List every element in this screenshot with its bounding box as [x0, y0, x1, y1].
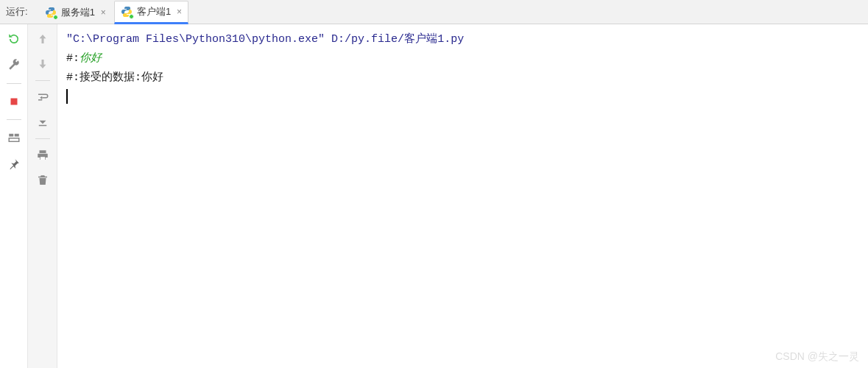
- clear-all-button[interactable]: [32, 170, 53, 191]
- run-label: 运行:: [0, 0, 38, 24]
- text: [325, 33, 331, 46]
- layout-button[interactable]: [4, 127, 24, 148]
- left-gutter-primary: [0, 24, 28, 368]
- svg-rect-0: [10, 99, 17, 105]
- left-gutter-secondary: [28, 24, 57, 368]
- separator: [35, 80, 50, 81]
- separator: [35, 138, 50, 139]
- run-tabs: 服务端1 × 客户端1 ×: [38, 0, 191, 24]
- console-line: #:你好: [66, 49, 859, 68]
- separator: [7, 83, 21, 84]
- console-line: [66, 88, 859, 107]
- python-icon: [121, 6, 133, 18]
- close-icon[interactable]: ×: [177, 7, 182, 17]
- console-line: #:接受的数据:你好: [66, 68, 859, 88]
- svg-rect-2: [14, 134, 18, 137]
- text: ": [66, 33, 73, 46]
- scroll-to-end-button[interactable]: [32, 112, 53, 132]
- svg-rect-4: [38, 125, 46, 127]
- user-input-text: 你好: [80, 52, 102, 65]
- settings-wrench-button[interactable]: [4, 55, 24, 76]
- stop-button[interactable]: [4, 91, 24, 112]
- python-icon: [45, 7, 57, 18]
- softwrap-button[interactable]: [32, 87, 53, 107]
- separator: [7, 119, 21, 120]
- pin-button[interactable]: [4, 154, 24, 174]
- svg-rect-5: [40, 157, 45, 160]
- tab-server-1[interactable]: 服务端1 ×: [38, 0, 113, 24]
- prompt-text: #:: [66, 52, 80, 65]
- prompt-text: #:: [66, 71, 80, 84]
- output-text: 接受的数据:你好: [80, 71, 163, 84]
- close-icon[interactable]: ×: [101, 7, 106, 18]
- tab-client-1[interactable]: 客户端1 ×: [114, 1, 188, 24]
- text: ": [318, 33, 325, 46]
- tab-label: 服务端1: [61, 6, 95, 19]
- run-tabs-bar: 运行: 服务端1 × 客户端1 ×: [0, 0, 868, 24]
- console-output[interactable]: "C:\Program Files\Python310\python.exe" …: [57, 24, 868, 368]
- print-button[interactable]: [32, 145, 53, 166]
- svg-rect-3: [9, 138, 19, 142]
- console-line: "C:\Program Files\Python310\python.exe" …: [66, 30, 859, 49]
- text-cursor: [66, 89, 68, 104]
- arrow-up-button[interactable]: [32, 29, 53, 49]
- rerun-button[interactable]: [4, 29, 24, 49]
- arrow-down-button[interactable]: [32, 54, 53, 74]
- svg-rect-1: [9, 134, 13, 137]
- tab-label: 客户端1: [137, 5, 171, 18]
- interpreter-path: C:\Program Files\Python310\python.exe: [73, 33, 318, 46]
- script-path: D:/py.file/客户端1.py: [331, 33, 464, 46]
